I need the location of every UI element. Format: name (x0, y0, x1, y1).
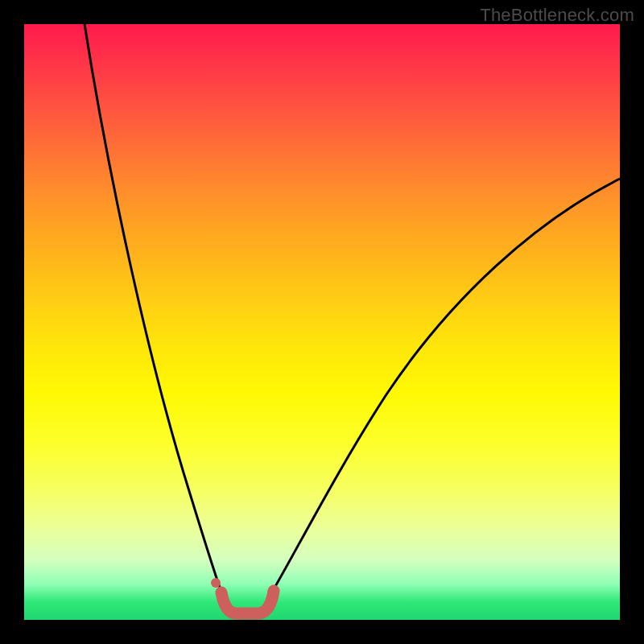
valley-marker-u (221, 591, 274, 613)
curve-left-branch (85, 24, 227, 608)
chart-frame: TheBottleneck.com (0, 0, 644, 644)
valley-marker-dot (211, 578, 221, 588)
curve-right-branch (262, 179, 620, 609)
chart-svg (0, 0, 644, 644)
